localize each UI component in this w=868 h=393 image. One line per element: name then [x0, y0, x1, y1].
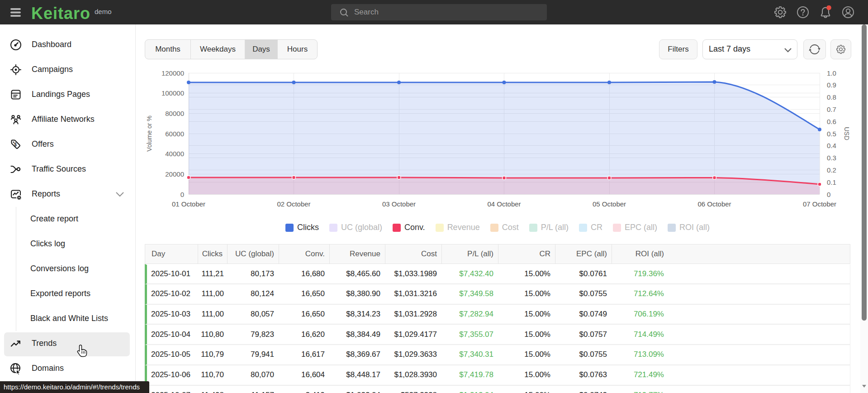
svg-text:06 October: 06 October	[697, 200, 731, 208]
svg-text:40000: 40000	[165, 150, 184, 158]
svg-text:0.4: 0.4	[827, 142, 836, 149]
svg-text:USD: USD	[843, 127, 850, 140]
svg-text:03 October: 03 October	[382, 200, 416, 208]
svg-text:05 October: 05 October	[593, 200, 626, 208]
svg-text:0.8: 0.8	[827, 93, 836, 101]
svg-text:0.6: 0.6	[827, 118, 836, 125]
svg-text:1.0: 1.0	[827, 69, 836, 77]
svg-text:100000: 100000	[161, 89, 184, 97]
svg-text:120000: 120000	[161, 69, 184, 77]
svg-text:60000: 60000	[165, 130, 184, 138]
svg-text:0.1: 0.1	[827, 178, 836, 186]
svg-text:0.7: 0.7	[827, 105, 836, 113]
svg-text:$: $	[14, 142, 17, 147]
svg-text:80000: 80000	[165, 110, 184, 117]
svg-text:0.3: 0.3	[827, 154, 836, 162]
svg-text:02 October: 02 October	[277, 200, 310, 208]
svg-text:01 October: 01 October	[172, 200, 205, 208]
svg-text:0.9: 0.9	[827, 81, 836, 89]
svg-text:0: 0	[827, 191, 830, 198]
svg-text:07 October: 07 October	[803, 200, 836, 208]
svg-text:20000: 20000	[165, 170, 184, 178]
svg-text:04 October: 04 October	[487, 200, 521, 208]
svg-text:0.2: 0.2	[827, 166, 836, 174]
svg-text:Volume or %: Volume or %	[146, 115, 153, 151]
svg-text:0: 0	[180, 191, 184, 198]
svg-text:0.5: 0.5	[827, 130, 836, 138]
